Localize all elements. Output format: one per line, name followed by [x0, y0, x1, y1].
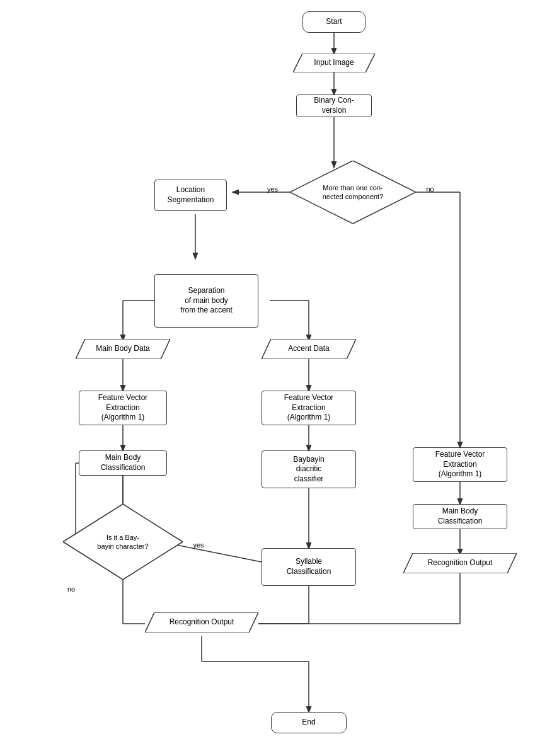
yes2-label: yes: [186, 539, 211, 551]
no1-label: no: [419, 183, 441, 195]
feature-vector-middle-node: Feature VectorExtraction(Algorithm 1): [262, 391, 356, 425]
recognition-output-right-node: Recognition Output: [403, 553, 517, 573]
end-node: End: [271, 712, 347, 733]
feature-vector-right-node: Feature VectorExtraction(Algorithm 1): [413, 447, 507, 482]
syllable-class-node: SyllableClassification: [262, 548, 356, 586]
baybayin-node: Baybayindiacriticclassifier: [262, 450, 356, 488]
connectors: [0, 0, 535, 756]
feature-vector-left-node: Feature VectorExtraction(Algorithm 1): [79, 391, 167, 425]
location-segmentation-node: LocationSegmentation: [154, 180, 227, 211]
is-it-bay-diamond: Is it a Bay-bayin character?: [63, 504, 183, 580]
main-body-class-left-node: Main BodyClassification: [79, 450, 167, 476]
separation-node: Separationof main bodyfrom the accent: [154, 274, 258, 328]
input-image-node: Input Image: [293, 54, 375, 72]
accent-data-node: Accent Data: [262, 339, 356, 359]
no2-label: no: [62, 583, 81, 595]
main-body-data-node: Main Body Data: [76, 339, 170, 359]
more-than-one-diamond: More than one con-nected component?: [290, 161, 416, 224]
flowchart: Start Input Image Binary Con-version Mor…: [0, 0, 535, 756]
yes1-label: yes: [255, 183, 290, 195]
main-body-class-right-node: Main BodyClassification: [413, 504, 507, 529]
binary-conversion-node: Binary Con-version: [296, 94, 372, 117]
start-node: Start: [302, 11, 365, 33]
recognition-output-bottom-node: Recognition Output: [145, 612, 258, 633]
